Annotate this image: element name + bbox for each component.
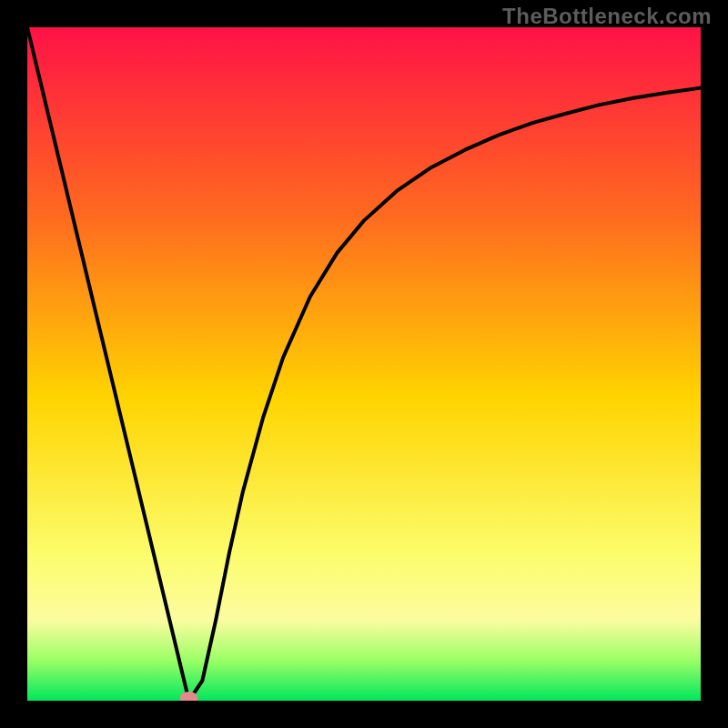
gradient-background xyxy=(27,27,701,701)
plot-area xyxy=(27,27,701,701)
watermark-text: TheBottleneck.com xyxy=(502,4,712,29)
chart-frame: TheBottleneck.com xyxy=(0,0,728,728)
chart-svg xyxy=(27,27,701,701)
